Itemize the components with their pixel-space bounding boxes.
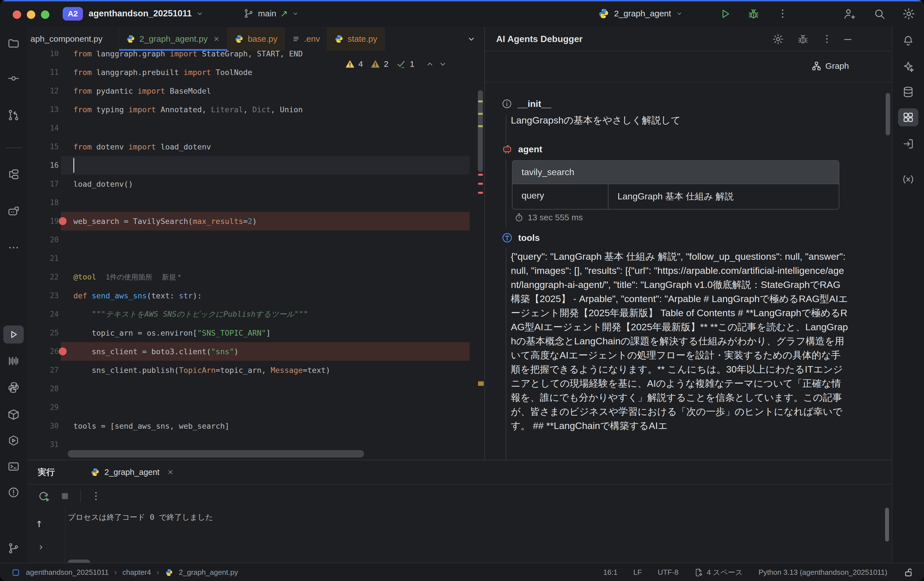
tool-strip-ai-assistant-button[interactable] — [898, 58, 918, 76]
tool-strip-structure-button[interactable] — [3, 165, 24, 183]
line-number[interactable]: 22 — [27, 273, 59, 281]
line-number[interactable]: 18 — [27, 198, 59, 207]
line-number[interactable]: 24 — [27, 310, 59, 318]
tool-strip-run-button[interactable] — [3, 326, 24, 344]
next-problem-button[interactable] — [438, 59, 447, 69]
tool-strip-ai-chat-button[interactable] — [3, 202, 24, 220]
editor-scrollbar-thumb[interactable] — [478, 90, 483, 172]
tool-strip-project-folder-button[interactable] — [3, 35, 24, 53]
status-item[interactable]: Python 3.13 (agenthandson_20251011) — [759, 568, 887, 577]
debugger-bug-icon[interactable] — [797, 33, 809, 45]
tool-strip-python-console-button[interactable] — [3, 379, 24, 397]
breadcrumb-item[interactable]: chapter4 — [122, 568, 151, 577]
panel-scrollbar-thumb[interactable] — [886, 93, 890, 135]
hide-panel-button[interactable] — [842, 34, 853, 45]
close-icon[interactable] — [167, 469, 174, 476]
graph-view-button[interactable]: Graph — [807, 59, 853, 73]
code-with-me-button[interactable] — [843, 7, 856, 20]
debugger-more-button[interactable] — [821, 33, 833, 44]
status-item[interactable]: 4 スペース — [694, 568, 743, 577]
tab-overflow-button[interactable] — [466, 34, 477, 44]
line-number[interactable]: 13 — [27, 105, 59, 114]
tool-strip-commit-button[interactable] — [3, 69, 24, 87]
tool-strip-pull-requests-button[interactable] — [3, 106, 24, 124]
code-editor[interactable]: 10from langgraph.graph import StateGraph… — [27, 51, 484, 460]
editor-tab-base.py[interactable]: base.py — [228, 27, 285, 51]
minimize-window-button[interactable] — [27, 10, 35, 19]
line-number[interactable]: 26 — [27, 347, 59, 356]
breakpoint-dot[interactable] — [59, 217, 67, 225]
line-number[interactable]: 28 — [27, 384, 59, 393]
scroll-up-icon[interactable]: ↑ — [36, 516, 43, 530]
lock-open-icon[interactable] — [903, 567, 914, 578]
tool-strip-terminal-button[interactable] — [3, 458, 24, 476]
breadcrumb-item[interactable]: agenthandson_20251011 — [26, 568, 109, 577]
editor-tab-state.py[interactable]: state.py — [327, 27, 384, 51]
line-number[interactable]: 16 — [27, 161, 59, 170]
line-number[interactable]: 17 — [27, 179, 59, 188]
tool-strip-python-packages-button[interactable] — [3, 406, 24, 424]
tool-strip-jump-to-button[interactable] — [898, 135, 918, 153]
line-number[interactable]: 12 — [27, 87, 59, 95]
error-stripe[interactable] — [477, 51, 484, 460]
debugger-content[interactable]: __init__ LangGrapshの基本をやさしく解説して agent ta… — [485, 82, 893, 460]
tool-strip-profiler-button[interactable] — [3, 352, 24, 370]
line-number[interactable]: 21 — [27, 254, 59, 263]
branch-selector[interactable]: main ↗ — [243, 0, 299, 27]
line-number[interactable]: 15 — [27, 142, 59, 151]
tool-strip-variables-button[interactable] — [898, 170, 918, 188]
tools-section-header[interactable]: tools — [501, 232, 540, 244]
debug-button[interactable] — [747, 8, 760, 20]
settings-button[interactable] — [902, 7, 916, 21]
line-number[interactable]: 14 — [27, 124, 59, 132]
tool-strip-git-button[interactable] — [3, 539, 24, 557]
agent-section-header[interactable]: agent — [501, 143, 542, 155]
init-section-header[interactable]: __init__ — [501, 98, 551, 109]
close-window-button[interactable] — [13, 10, 21, 19]
breakpoint-dot[interactable] — [59, 347, 67, 356]
status-item[interactable]: 16:1 — [603, 568, 618, 577]
scroll-end-icon[interactable]: › — [38, 541, 44, 553]
tool-strip-ai-agents-debugger-button[interactable] — [898, 108, 918, 126]
project-selector[interactable]: agenthandson_20251011 — [89, 0, 204, 27]
line-number[interactable]: 20 — [27, 235, 59, 244]
run-console[interactable]: ↑ › プロセスは終了コード 0 で終了しました — [27, 508, 892, 563]
search-everywhere-button[interactable] — [873, 8, 886, 20]
tool-call-table[interactable]: tavily_search query LangGraph 基本 仕組み 解説 — [512, 160, 839, 209]
tool-strip-database-button[interactable] — [898, 83, 918, 101]
line-number[interactable]: 25 — [27, 329, 59, 337]
editor-tab-.env[interactable]: .env — [285, 27, 327, 51]
stop-button[interactable] — [59, 490, 71, 502]
editor-tab-2-graph-agent.py[interactable]: 2_graph_agent.py — [119, 27, 228, 51]
editor-tab-aph-component.py[interactable]: aph_component.py — [27, 27, 119, 51]
tool-strip-more-button[interactable] — [3, 239, 24, 257]
run-tab[interactable]: 2_graph_agent — [82, 460, 187, 484]
line-number[interactable]: 31 — [27, 440, 59, 449]
status-item[interactable]: UTF-8 — [658, 568, 678, 577]
rerun-button[interactable] — [37, 490, 50, 502]
more-options-button[interactable] — [90, 490, 102, 502]
inspections-widget[interactable]: 4 2 1 — [345, 59, 447, 69]
close-tab-icon[interactable] — [213, 35, 220, 43]
run-config-selector[interactable]: 2_graph_agent — [598, 0, 683, 27]
zoom-window-button[interactable] — [41, 10, 50, 19]
line-number[interactable]: 10 — [27, 51, 59, 58]
status-item[interactable]: LF — [633, 568, 642, 577]
more-actions-button[interactable] — [777, 8, 789, 20]
breadcrumb-item[interactable]: 2_graph_agent.py — [179, 568, 238, 577]
tool-strip-notifications-button[interactable] — [898, 31, 918, 49]
line-number[interactable]: 30 — [27, 421, 59, 430]
tool-strip-problems-button[interactable] — [3, 484, 24, 502]
line-number[interactable]: 27 — [27, 366, 59, 374]
line-number[interactable]: 11 — [27, 68, 59, 76]
console-vscrollbar-thumb[interactable] — [885, 508, 889, 541]
line-number[interactable]: 23 — [27, 291, 59, 300]
line-number[interactable]: 29 — [27, 403, 59, 411]
prev-problem-button[interactable] — [425, 59, 435, 69]
breadcrumb[interactable]: agenthandson_20251011›chapter4›2_graph_a… — [0, 568, 238, 577]
editor-hscrollbar-thumb[interactable] — [68, 450, 364, 458]
run-button[interactable] — [719, 8, 731, 20]
line-number[interactable]: 19 — [27, 217, 59, 225]
tool-strip-services-button[interactable] — [3, 431, 24, 449]
debugger-settings-button[interactable] — [772, 33, 784, 45]
